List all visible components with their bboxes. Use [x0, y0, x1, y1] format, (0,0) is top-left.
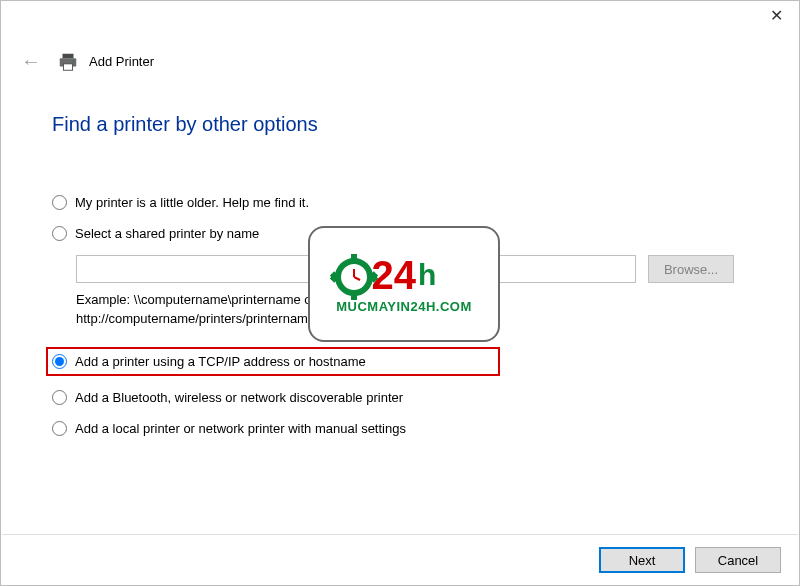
- example-line-1: Example: \\computername\printername or: [76, 292, 316, 307]
- svg-point-3: [73, 60, 75, 62]
- browse-button: Browse...: [648, 255, 734, 283]
- svg-rect-6: [351, 292, 357, 300]
- window-title: Add Printer: [89, 54, 154, 69]
- next-button[interactable]: Next: [599, 547, 685, 573]
- option-tcpip[interactable]: Add a printer using a TCP/IP address or …: [46, 347, 500, 376]
- back-arrow-icon[interactable]: ←: [15, 46, 47, 77]
- radio-older[interactable]: [52, 195, 67, 210]
- printer-icon: [57, 51, 79, 73]
- label-older: My printer is a little older. Help me fi…: [75, 195, 309, 210]
- svg-rect-5: [351, 254, 357, 262]
- watermark-url: MUCMAYIN24H.COM: [336, 299, 472, 314]
- watermark-badge: 24 h MUCMAYIN24H.COM: [308, 226, 500, 342]
- svg-rect-2: [63, 63, 72, 69]
- radio-shared[interactable]: [52, 226, 67, 241]
- label-tcpip: Add a printer using a TCP/IP address or …: [75, 354, 366, 369]
- label-bluetooth: Add a Bluetooth, wireless or network dis…: [75, 390, 403, 405]
- wizard-header: ← Add Printer: [15, 46, 154, 77]
- watermark-number: 24: [372, 255, 417, 295]
- radio-tcpip[interactable]: [52, 354, 67, 369]
- wizard-footer: Next Cancel: [599, 547, 781, 573]
- radio-manual[interactable]: [52, 421, 67, 436]
- option-bluetooth[interactable]: Add a Bluetooth, wireless or network dis…: [52, 388, 752, 407]
- close-icon: ✕: [770, 6, 783, 25]
- close-button[interactable]: ✕: [753, 1, 799, 29]
- option-older-printer[interactable]: My printer is a little older. Help me fi…: [52, 193, 752, 212]
- watermark-h: h: [418, 258, 436, 292]
- cancel-button[interactable]: Cancel: [695, 547, 781, 573]
- page-heading: Find a printer by other options: [52, 113, 318, 136]
- option-manual[interactable]: Add a local printer or network printer w…: [52, 419, 752, 438]
- watermark-logo: 24 h: [372, 255, 437, 295]
- footer-separator: [2, 534, 798, 535]
- label-manual: Add a local printer or network printer w…: [75, 421, 406, 436]
- label-shared: Select a shared printer by name: [75, 226, 259, 241]
- radio-bluetooth[interactable]: [52, 390, 67, 405]
- svg-rect-0: [63, 53, 74, 58]
